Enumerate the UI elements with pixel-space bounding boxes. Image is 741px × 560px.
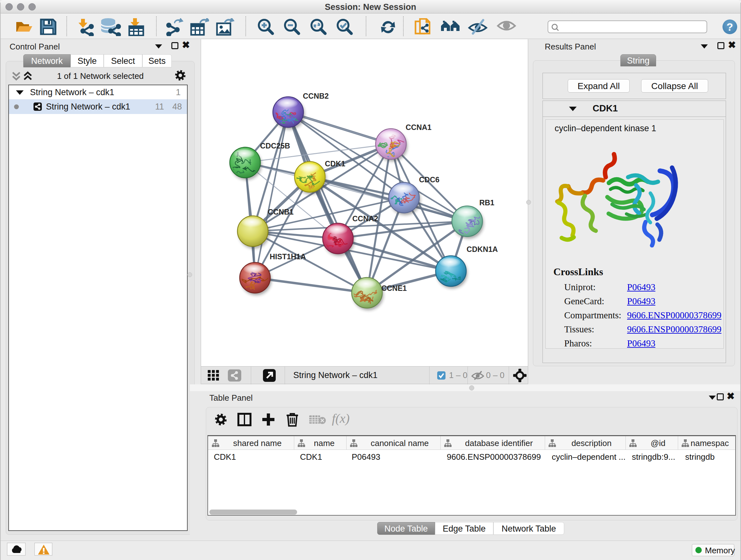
svg-text:RB1: RB1	[479, 199, 494, 207]
svg-text:CDC6: CDC6	[419, 176, 440, 184]
svg-text:CCNB2: CCNB2	[303, 92, 329, 100]
svg-text:CCNE1: CCNE1	[381, 284, 407, 293]
svg-text:CDKN1A: CDKN1A	[467, 245, 498, 253]
svg-text:HIST1H1A: HIST1H1A	[270, 253, 306, 261]
svg-text:CCNA1: CCNA1	[406, 123, 431, 132]
svg-text:CCNB1: CCNB1	[268, 208, 293, 216]
svg-text:CDK1: CDK1	[325, 160, 345, 168]
svg-text:CCNA2: CCNA2	[352, 214, 378, 223]
svg-text:CDC25B: CDC25B	[260, 142, 290, 150]
